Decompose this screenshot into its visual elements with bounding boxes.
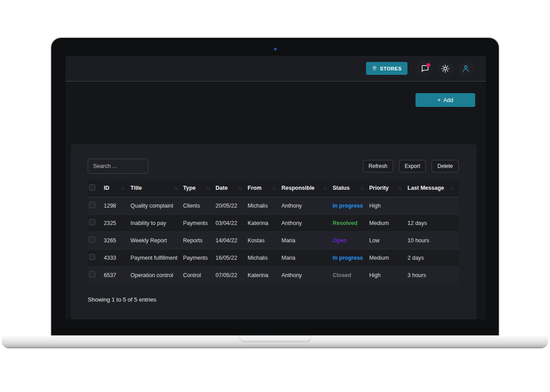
theme-toggle-button[interactable]	[437, 60, 454, 77]
cell-from: Katerina	[248, 214, 281, 232]
column-label: Status	[333, 185, 350, 191]
sort-icon[interactable]: ↑↓	[360, 186, 363, 191]
row-checkbox[interactable]	[89, 237, 95, 243]
sort-icon[interactable]: ↑↓	[323, 186, 327, 191]
stores-button-label: STORES	[380, 66, 402, 71]
table-header-row: ID↑↓Title↑↓Type↑↓Date↑↓From↑↓Responsible…	[88, 180, 459, 197]
column-header-id[interactable]: ID↑↓	[104, 180, 130, 197]
cell-type: Payments	[183, 214, 216, 232]
webcam	[274, 48, 277, 51]
cell-id: 6537	[104, 266, 130, 284]
cell-priority: Medium	[369, 249, 407, 266]
cell-id: 2325	[104, 214, 130, 232]
cell-title: Operation control	[130, 266, 183, 284]
cell-type: Reports	[183, 232, 216, 249]
cell-title: Quality complaint	[130, 197, 183, 214]
cell-type: Payments	[183, 249, 216, 266]
row-checkbox[interactable]	[89, 254, 95, 260]
row-checkbox-cell	[88, 214, 104, 232]
table-row: 3265Weekly ReportReports14/04/22KostasMa…	[88, 232, 459, 249]
sort-icon[interactable]: ↑↓	[272, 186, 276, 191]
row-checkbox[interactable]	[89, 202, 95, 208]
notification-badge	[427, 63, 430, 67]
laptop-mockup: STORES	[0, 0, 550, 392]
add-button[interactable]: + Add	[416, 93, 475, 107]
row-checkbox-cell	[88, 249, 104, 266]
tickets-card: Refresh Export Delete	[71, 144, 477, 319]
cell-priority: High	[369, 197, 407, 214]
cell-status: Open	[333, 232, 369, 249]
cell-last-message: 2 days	[407, 249, 459, 266]
cell-priority: High	[369, 266, 407, 284]
cell-priority: Low	[369, 232, 407, 249]
column-header-from[interactable]: From↑↓	[248, 180, 281, 197]
cell-last-message: 3 hours	[407, 266, 459, 284]
main-content: + Add Refresh Export Delete	[65, 82, 486, 319]
row-checkbox-cell	[88, 232, 104, 249]
cell-status: Resolved	[333, 214, 369, 232]
column-header-type[interactable]: Type↑↓	[183, 180, 216, 197]
sort-icon[interactable]: ↑↓	[449, 186, 453, 191]
cell-responsible: Anthony	[281, 266, 333, 284]
column-header-date[interactable]: Date↑↓	[216, 180, 248, 197]
cell-last-message: 10 hours	[407, 232, 459, 249]
export-button[interactable]: Export	[399, 160, 426, 172]
table-row: 2325Inability to payPayments03/04/22Kate…	[88, 214, 459, 232]
row-checkbox[interactable]	[89, 271, 95, 278]
sort-icon[interactable]: ↑↓	[238, 186, 242, 191]
column-header-title[interactable]: Title↑↓	[130, 180, 183, 197]
cell-date: 07/05/22	[216, 266, 248, 284]
cell-title: Payment fulfillment	[130, 249, 183, 266]
row-checkbox-cell	[88, 266, 104, 284]
column-label: From	[248, 185, 261, 191]
person-icon	[461, 64, 470, 73]
entries-summary: Showing 1 to 5 of 5 entries	[88, 296, 156, 303]
cell-from: Michalis	[248, 249, 281, 266]
tickets-table-wrap: ID↑↓Title↑↓Type↑↓Date↑↓From↑↓Responsible…	[88, 180, 459, 284]
chat-button[interactable]	[416, 60, 433, 77]
sort-icon[interactable]: ↑↓	[121, 186, 125, 191]
cell-title: Weekly Report	[130, 232, 183, 249]
column-header-status[interactable]: Status↑↓	[333, 180, 369, 197]
column-header-responsible[interactable]: Responsible↑↓	[281, 180, 333, 197]
cell-from: Katerina	[248, 266, 281, 284]
column-header-priority[interactable]: Priority↑↓	[369, 180, 407, 197]
cell-date: 14/04/22	[216, 232, 248, 249]
cell-responsible: Maria	[281, 232, 333, 249]
cell-status: In progress	[333, 197, 369, 214]
column-label: Date	[216, 185, 228, 191]
cell-status: Closed	[333, 266, 369, 284]
profile-button[interactable]	[457, 60, 474, 77]
column-label: ID	[104, 185, 110, 191]
select-all-cell	[88, 180, 104, 197]
cell-from: Kostas	[248, 232, 281, 249]
sun-icon	[441, 64, 450, 73]
column-header-last-message[interactable]: Last Message↑↓	[407, 180, 459, 197]
cell-date: 03/04/22	[216, 214, 248, 232]
location-pin-icon	[372, 66, 377, 71]
refresh-button[interactable]: Refresh	[363, 160, 393, 172]
laptop-base-notch	[240, 335, 311, 342]
cell-date: 16/05/22	[216, 249, 248, 266]
search-input[interactable]	[88, 159, 148, 174]
column-label: Responsible	[281, 185, 314, 191]
cell-responsible: Maria	[281, 249, 333, 266]
tickets-table: ID↑↓Title↑↓Type↑↓Date↑↓From↑↓Responsible…	[88, 180, 459, 284]
sort-icon[interactable]: ↑↓	[206, 186, 210, 191]
select-all-checkbox[interactable]	[89, 184, 95, 191]
cell-type: Control	[183, 266, 216, 284]
column-label: Title	[130, 185, 142, 191]
cell-title: Inability to pay	[130, 214, 183, 232]
cell-priority: Medium	[369, 214, 407, 232]
row-checkbox[interactable]	[89, 219, 95, 225]
sort-icon[interactable]: ↑↓	[398, 186, 402, 191]
sort-icon[interactable]: ↑↓	[174, 186, 177, 191]
laptop-base	[2, 335, 548, 348]
delete-button[interactable]: Delete	[432, 160, 459, 172]
cell-status: In progress	[333, 249, 369, 266]
cell-id: 4333	[104, 249, 130, 266]
stores-button[interactable]: STORES	[366, 62, 407, 75]
column-label: Priority	[369, 185, 389, 191]
column-label: Type	[183, 185, 196, 191]
column-label: Last Message	[407, 185, 444, 191]
